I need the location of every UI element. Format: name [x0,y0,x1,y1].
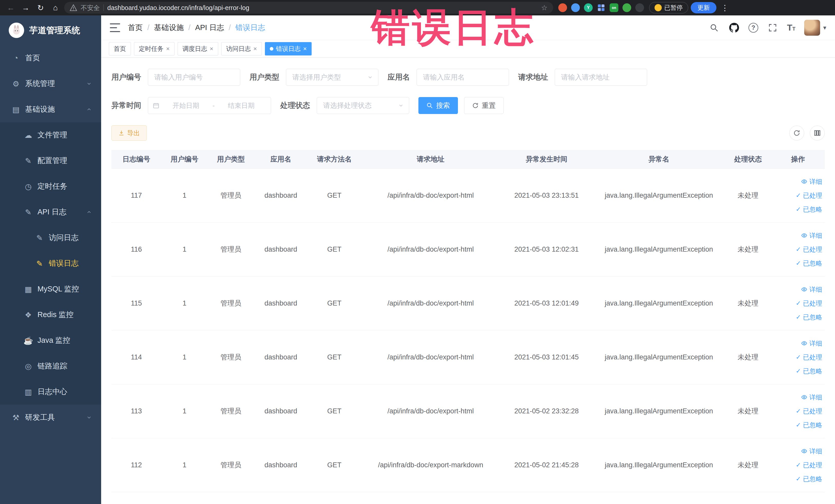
action-detail[interactable]: 详细 [801,229,822,242]
cell-exception-time: 2021-05-03 12:02:31 [500,222,593,276]
sidebar-item-home[interactable]: ◔ 首页 [0,45,101,71]
sidebar-item-tracing[interactable]: ◎ 链路追踪 [0,353,101,379]
action-label: 详细 [809,339,822,348]
action-detail[interactable]: 详细 [801,283,822,296]
close-icon[interactable]: × [303,45,307,53]
app-name-input[interactable] [416,69,509,86]
sidebar-item-log-center[interactable]: ▥ 日志中心 [0,379,101,405]
timer-icon: ◷ [23,182,34,191]
breadcrumb-home[interactable]: 首页 [128,23,143,33]
action-mark-ignored[interactable]: ✓ 已忽略 [796,365,822,377]
address-bar[interactable]: 不安全 dashboard.yudao.iocoder.cn/infra/log… [64,2,553,14]
action-mark-processed[interactable]: ✓ 已处理 [796,243,822,256]
sidebar-item-label: 基础设施 [25,104,55,115]
collapse-sidebar-button[interactable] [110,23,120,32]
action-mark-ignored[interactable]: ✓ 已忽略 [796,257,822,269]
search-button[interactable]: 搜索 [419,97,458,114]
cell-exception-time: 2021-05-02 21:45:28 [500,438,593,492]
breadcrumb-infrastructure[interactable]: 基础设施 [154,23,184,33]
tags-view: 首页 定时任务 × 调度日志 × 访问日志 × 错误日志 × [101,40,835,58]
extension-icon[interactable]: Y [584,3,593,12]
sidebar-item-dev-tools[interactable]: ⚒ 研发工具 [0,405,101,430]
tools-icon: ⚒ [10,413,22,422]
breadcrumb-api-log[interactable]: API 日志 [195,23,224,33]
extension-icon[interactable]: on [610,3,618,12]
action-mark-processed[interactable]: ✓ 已处理 [796,351,822,363]
extension-icon[interactable] [571,3,580,12]
sidebar-item-infrastructure[interactable]: ▤ 基础设施 [0,97,101,122]
action-mark-ignored[interactable]: ✓ 已忽略 [796,203,822,216]
columns-icon [814,129,821,137]
cell-status: 未处理 [725,168,771,222]
column-header: 用户类型 [208,150,254,168]
sidebar-item-java-monitor[interactable]: ☕ Java 监控 [0,328,101,353]
extension-icon[interactable] [558,3,567,12]
action-mark-processed[interactable]: ✓ 已处理 [796,405,822,417]
refresh-table-button[interactable] [789,125,804,140]
action-detail[interactable]: 详细 [801,175,822,188]
cell-actions: 详细 ✓ 已处理 ✓ 已忽略 [771,168,825,222]
extension-icon[interactable] [623,3,631,12]
user-id-input[interactable] [148,69,240,86]
cell-exception-time: 2021-05-03 23:13:51 [500,168,593,222]
browser-menu-icon[interactable]: ⋮ [719,3,731,12]
sidebar-item-access-log[interactable]: ✎ 访问日志 [0,225,101,250]
user-type-select[interactable]: 请选择用户类型 [286,69,378,86]
browser-update-button[interactable]: 更新 [691,2,716,13]
close-icon[interactable]: × [253,45,257,53]
extension-icon[interactable] [635,3,644,12]
browser-forward-icon[interactable]: → [20,2,32,14]
action-detail[interactable]: 详细 [801,445,822,457]
sidebar-item-config-management[interactable]: ✎ 配置管理 [0,148,101,174]
close-icon[interactable]: × [210,45,213,53]
action-mark-processed[interactable]: ✓ 已处理 [796,189,822,202]
action-detail[interactable]: 详细 [801,337,822,349]
reset-button[interactable]: 重置 [464,97,504,114]
github-icon[interactable] [729,22,740,33]
tab-access-log[interactable]: 访问日志 × [221,42,262,56]
fullscreen-icon[interactable] [767,22,778,33]
browser-back-icon[interactable]: ← [5,2,17,14]
extension-grid-icon[interactable] [597,3,606,12]
search-icon[interactable] [709,22,720,33]
check-icon: ✓ [796,260,801,267]
tab-scheduled-jobs[interactable]: 定时任务 × [134,42,175,56]
browser-reload-icon[interactable]: ↻ [34,2,47,14]
sidebar-item-scheduled-jobs[interactable]: ◷ 定时任务 [0,174,101,199]
action-mark-processed[interactable]: ✓ 已处理 [796,459,822,471]
process-status-select[interactable]: 请选择处理状态 [317,97,409,114]
request-url-input[interactable] [555,69,647,86]
close-icon[interactable]: × [166,45,170,53]
sidebar-item-error-log[interactable]: ✎ 错误日志 [0,250,101,276]
profile-paused-badge[interactable]: 已暂停 [649,2,688,13]
gear-icon: ⚙ [10,79,22,88]
sidebar-item-api-log[interactable]: ✎ API 日志 [0,199,101,225]
sidebar-item-redis-monitor[interactable]: ❖ Redis 监控 [0,302,101,328]
user-menu[interactable]: ▾ [804,20,826,36]
request-url-label: 请求地址 [518,72,548,82]
action-mark-ignored[interactable]: ✓ 已忽略 [796,473,822,485]
sidebar-item-mysql-monitor[interactable]: ▦ MySQL 监控 [0,276,101,302]
app-logo[interactable]: 芋道管理系统 [0,15,101,45]
user-type-label: 用户类型 [249,72,279,82]
action-mark-ignored[interactable]: ✓ 已忽略 [796,311,822,323]
column-settings-button[interactable] [810,125,825,140]
tab-home[interactable]: 首页 [109,42,131,56]
action-mark-ignored[interactable]: ✓ 已忽略 [796,419,822,431]
tab-error-log[interactable]: 错误日志 × [265,42,312,56]
sidebar-item-label: 定时任务 [38,181,67,191]
bookmark-icon[interactable]: ☆ [541,4,548,12]
export-button[interactable]: 导出 [111,125,147,141]
action-label: 已忽略 [803,259,822,267]
cell-actions: 详细 ✓ 已处理 ✓ 已忽略 [771,276,825,330]
eye-icon [801,448,807,454]
sidebar-item-system[interactable]: ⚙ 系统管理 [0,71,101,97]
exception-time-range-picker[interactable]: 开始日期 - 结束日期 [148,97,271,114]
help-icon[interactable]: ? [749,23,758,33]
action-detail[interactable]: 详细 [801,391,822,403]
browser-home-icon[interactable]: ⌂ [49,2,62,14]
tab-job-log[interactable]: 调度日志 × [178,42,218,56]
action-mark-processed[interactable]: ✓ 已处理 [796,297,822,309]
sidebar-item-file-management[interactable]: ☁ 文件管理 [0,122,101,148]
font-size-icon[interactable]: TT [787,23,795,33]
